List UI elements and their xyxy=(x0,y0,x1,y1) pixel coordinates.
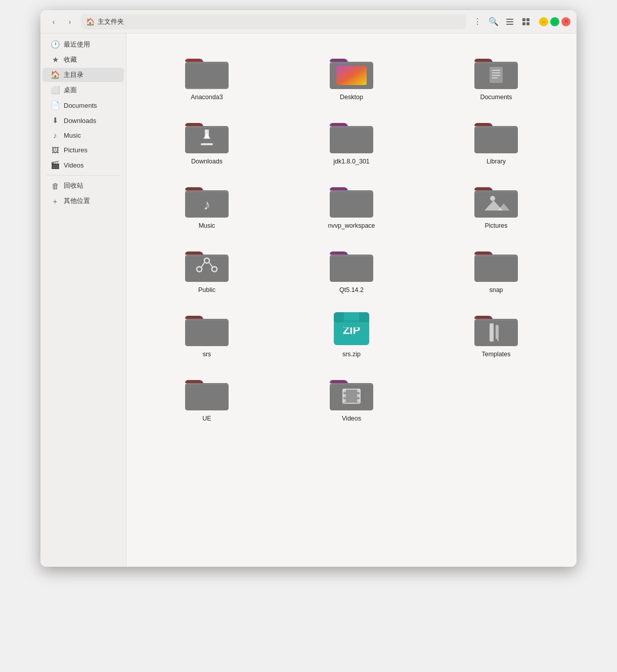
titlebar: ‹ › 🏠 主文件夹 ⋮ 🔍 xyxy=(40,10,577,33)
sidebar-item-pictures[interactable]: 🖼 Pictures xyxy=(42,143,124,157)
maximize-button[interactable]: □ xyxy=(550,17,559,26)
svg-point-36 xyxy=(490,196,495,201)
svg-rect-47 xyxy=(330,257,373,282)
svg-rect-12 xyxy=(336,66,367,85)
file-item-music[interactable]: ♪ Music xyxy=(171,174,242,234)
address-text: 主文件夹 xyxy=(98,17,124,26)
svg-rect-40 xyxy=(185,257,229,282)
file-item-srs[interactable]: srs xyxy=(171,303,242,363)
file-label-snap: snap xyxy=(489,286,503,293)
sidebar-item-other[interactable]: + 其他位置 xyxy=(42,194,124,208)
file-label-public: Public xyxy=(198,286,215,293)
zip-icon-srszip: ZIP xyxy=(329,310,374,348)
sidebar-label-music: Music xyxy=(64,132,81,139)
svg-rect-26 xyxy=(330,128,373,153)
folder-icon-templates xyxy=(473,310,519,348)
sidebar-label-downloads: Downloads xyxy=(64,117,96,124)
folder-icon-nvvp xyxy=(329,181,374,219)
file-grid: Anaconda3 xyxy=(137,46,566,427)
svg-rect-60 xyxy=(496,325,499,339)
file-label-music: Music xyxy=(199,222,215,229)
svg-rect-1 xyxy=(506,21,513,22)
file-area: Anaconda3 xyxy=(126,33,577,567)
sidebar-item-favorites[interactable]: ★ 收藏 xyxy=(42,53,124,67)
folder-icon-public xyxy=(184,245,230,283)
sidebar-divider xyxy=(47,175,120,176)
folder-icon-jdk xyxy=(329,117,374,155)
sidebar-item-downloads[interactable]: ⬇ Downloads xyxy=(42,113,124,128)
file-item-pictures[interactable]: Pictures xyxy=(461,174,532,234)
file-item-documents[interactable]: Documents xyxy=(461,46,532,106)
file-item-templates[interactable]: Templates xyxy=(461,303,532,363)
sidebar-label-favorites: 收藏 xyxy=(64,55,77,64)
svg-rect-63 xyxy=(185,385,229,410)
file-label-ue: UE xyxy=(202,415,211,422)
svg-rect-72 xyxy=(357,399,360,402)
svg-rect-51 xyxy=(185,321,229,346)
titlebar-actions: ⋮ 🔍 − □ ✕ xyxy=(470,15,570,29)
file-item-desktop[interactable]: Desktop xyxy=(316,46,387,106)
file-label-anaconda3: Anaconda3 xyxy=(191,94,223,101)
sidebar-item-desktop[interactable]: ⬜ 桌面 xyxy=(42,83,124,97)
file-item-qt[interactable]: Qt5.14.2 xyxy=(316,238,387,299)
desktop-icon: ⬜ xyxy=(51,86,60,95)
file-label-desktop: Desktop xyxy=(340,94,363,101)
svg-rect-33 xyxy=(330,192,373,218)
home-icon: 🏠 xyxy=(86,18,95,26)
file-item-nvvp[interactable]: nvvp_workspace xyxy=(316,174,387,234)
svg-rect-67 xyxy=(343,389,346,392)
list-view-options[interactable] xyxy=(503,15,517,29)
sidebar-label-documents: Documents xyxy=(64,102,97,109)
svg-rect-59 xyxy=(490,323,494,342)
menu-button[interactable]: ⋮ xyxy=(470,15,484,29)
svg-rect-56 xyxy=(334,320,369,322)
videos-icon: 🎬 xyxy=(51,160,60,170)
forward-button[interactable]: › xyxy=(63,15,77,29)
folder-icon-srs xyxy=(184,310,230,348)
sidebar-item-home[interactable]: 🏠 主目录 xyxy=(42,68,124,82)
svg-rect-5 xyxy=(522,22,525,25)
search-button[interactable]: 🔍 xyxy=(487,15,501,29)
file-item-library[interactable]: Library xyxy=(461,110,532,170)
sidebar-item-recent[interactable]: 🕐 最近使用 xyxy=(42,37,124,52)
folder-icon-pictures xyxy=(473,181,519,219)
folder-icon-snap xyxy=(473,245,519,283)
file-item-srszip[interactable]: ZIP srs.zip xyxy=(316,303,387,363)
folder-icon-downloads xyxy=(184,117,230,155)
file-item-downloads[interactable]: Downloads xyxy=(171,110,242,170)
nav-buttons: ‹ › xyxy=(47,15,77,29)
sidebar-item-documents[interactable]: 📄 Documents xyxy=(42,98,124,112)
svg-rect-6 xyxy=(526,22,530,25)
sidebar-item-music[interactable]: ♪ Music xyxy=(42,129,124,142)
file-item-ue[interactable]: UE xyxy=(171,367,242,427)
other-icon: + xyxy=(51,197,60,205)
file-item-snap[interactable]: snap xyxy=(461,238,532,299)
address-bar[interactable]: 🏠 主文件夹 xyxy=(81,14,466,29)
file-manager-window: ‹ › 🏠 主文件夹 ⋮ 🔍 xyxy=(40,10,577,567)
sidebar-item-trash[interactable]: 🗑 回收站 xyxy=(42,179,124,193)
file-item-anaconda3[interactable]: Anaconda3 xyxy=(171,46,242,106)
folder-icon-ue xyxy=(184,374,230,412)
file-item-videos[interactable]: Videos xyxy=(316,367,387,427)
svg-rect-23 xyxy=(205,130,209,139)
file-item-jdk[interactable]: jdk1.8.0_301 xyxy=(316,110,387,170)
sidebar-label-videos: Videos xyxy=(64,161,84,169)
back-button[interactable]: ‹ xyxy=(47,15,61,29)
sidebar-label-desktop: 桌面 xyxy=(64,86,77,95)
file-label-jdk: jdk1.8.0_301 xyxy=(333,158,370,165)
file-label-templates: Templates xyxy=(482,351,511,358)
minimize-button[interactable]: − xyxy=(539,17,548,26)
file-label-documents: Documents xyxy=(480,94,512,101)
folder-icon-anaconda3 xyxy=(184,53,230,91)
folder-icon-videos xyxy=(329,374,374,412)
view-toggle[interactable] xyxy=(519,15,533,29)
sidebar-label-other: 其他位置 xyxy=(64,196,90,205)
svg-rect-69 xyxy=(343,399,346,402)
sidebar-item-videos[interactable]: 🎬 Videos xyxy=(42,158,124,172)
close-button[interactable]: ✕ xyxy=(561,17,570,26)
svg-rect-3 xyxy=(522,18,525,21)
sidebar-label-home: 主目录 xyxy=(64,70,83,79)
file-label-pictures: Pictures xyxy=(484,222,507,229)
file-item-public[interactable]: Public xyxy=(171,238,242,299)
sidebar-label-pictures: Pictures xyxy=(64,146,87,154)
